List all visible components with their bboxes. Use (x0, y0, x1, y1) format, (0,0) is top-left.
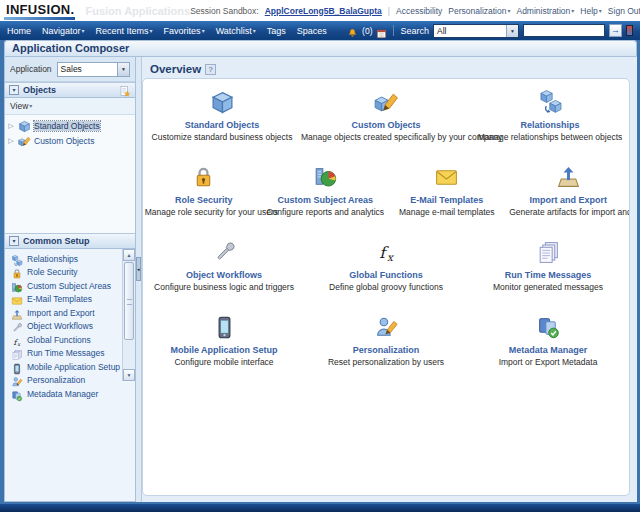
sidebar-item-object-workflows[interactable]: Object Workflows (5, 320, 122, 334)
menu-personalization[interactable]: Personalization▾ (448, 6, 510, 16)
sidebar-item-metadata-manager[interactable]: Metadata Manager (5, 387, 122, 401)
collapse-common-setup-icon[interactable]: ▾ (9, 236, 19, 246)
svg-text:x: x (387, 251, 394, 263)
splitter-collapse-handle[interactable] (136, 257, 141, 281)
body-area: Application Sales▼ ▾ Objects View▾ ▷ (4, 57, 637, 502)
tile-mobile-application-setup[interactable]: Mobile Application Setup Configure mobil… (143, 315, 305, 367)
import-export-icon (556, 165, 581, 190)
common-setup-panel-header: ▾ Common Setup (5, 233, 135, 249)
cube-icon (210, 90, 235, 115)
sidebar-item-custom-objects[interactable]: ▷ Custom Objects (5, 133, 135, 148)
tile-global-functions[interactable]: fx Global Functions Define global groovy… (305, 240, 467, 292)
scroll-down-icon[interactable]: ▼ (123, 369, 135, 381)
application-composer-screen: INFUSION. Fusion Applications Session Sa… (0, 0, 640, 512)
svg-text:x: x (17, 341, 21, 347)
sidebar-item-personalization[interactable]: Personalization (5, 374, 122, 388)
common-setup-list: Relationships Role Security Custom Subje… (5, 249, 122, 501)
global-bar: INFUSION. Fusion Applications Session Sa… (0, 0, 640, 21)
tile-email-templates[interactable]: E-Mail Templates Manage e-mail templates (388, 165, 506, 217)
tile-row: Mobile Application Setup Configure mobil… (143, 306, 629, 381)
tile-relationships[interactable]: Relationships Manage relationships betwe… (471, 90, 629, 142)
dropdown-caret-icon: ▾ (202, 27, 205, 34)
expand-icon[interactable]: ▷ (7, 122, 15, 130)
overview-header: Overview (142, 57, 630, 78)
sidebar-item-global-functions[interactable]: fxGlobal Functions (5, 333, 122, 347)
tile-metadata-manager[interactable]: Metadata Manager Import or Export Metada… (467, 315, 629, 367)
envelope-icon (434, 165, 459, 190)
search-go-button[interactable]: → (609, 24, 622, 37)
help-icon[interactable] (205, 64, 216, 75)
sidebar-item-role-security[interactable]: Role Security (5, 266, 122, 280)
nav-item-spaces[interactable]: Spaces (297, 26, 327, 36)
chevron-down-icon: ▼ (117, 63, 129, 76)
tile-object-workflows[interactable]: Object Workflows Configure business logi… (143, 240, 305, 292)
global-links: Session Sandbox: ApplCoreLong5B_BalaGupt… (190, 6, 640, 16)
nav-item-recent-items[interactable]: Recent Items▾ (96, 26, 153, 36)
tile-row: Role Security Manage role security for y… (143, 156, 629, 231)
nav-item-favorites[interactable]: Favorites▾ (164, 26, 205, 36)
link-accessibility[interactable]: Accessibility (396, 6, 442, 16)
menu-administration[interactable]: Administration▾ (516, 6, 574, 16)
nav-item-tags[interactable]: Tags (267, 26, 286, 36)
tile-custom-subject-areas[interactable]: Custom Subject Areas Configure reports a… (266, 165, 384, 217)
tile-run-time-messages[interactable]: Run Time Messages Monitor generated mess… (467, 240, 629, 292)
tile-role-security[interactable]: Role Security Manage role security for y… (145, 165, 263, 217)
application-select[interactable]: Sales▼ (57, 62, 130, 77)
sidebar-item-custom-subject-areas[interactable]: Custom Subject Areas (5, 279, 122, 293)
metadata-icon (11, 388, 23, 400)
advanced-search-icon[interactable] (626, 25, 633, 36)
tile-standard-objects[interactable]: Standard Objects Customize standard busi… (143, 90, 301, 142)
tile-personalization[interactable]: Personalization Reset personalization by… (305, 315, 467, 367)
expand-icon[interactable]: ▷ (7, 137, 15, 145)
chevron-down-icon: ▼ (506, 25, 518, 37)
dropdown-caret-icon: ▾ (507, 7, 510, 14)
relationships-icon (11, 253, 23, 265)
overview-panel: Standard Objects Customize standard busi… (142, 78, 630, 496)
dropdown-caret-icon: ▾ (82, 27, 85, 34)
dropdown-caret-icon: ▾ (599, 7, 602, 14)
pages-icon (536, 240, 561, 265)
tile-custom-objects[interactable]: Custom Objects Manage objects created sp… (301, 90, 471, 142)
scrollbar-track[interactable] (123, 261, 135, 369)
alerts-bell-icon[interactable] (347, 25, 358, 36)
pages-icon (11, 347, 23, 359)
nav-item-navigator[interactable]: Navigator▾ (42, 26, 85, 36)
cube-pencil-icon (18, 134, 31, 147)
sidebar-item-mobile-application-setup[interactable]: Mobile Application Setup (5, 360, 122, 374)
menu-help[interactable]: Help▾ (580, 6, 602, 16)
new-object-icon[interactable] (118, 84, 131, 97)
sidebar-item-relationships[interactable]: Relationships (5, 252, 122, 266)
tile-import-and-export[interactable]: Import and Export Generate artifacts for… (509, 165, 627, 217)
search-scope-select[interactable]: All▼ (433, 24, 519, 38)
alerts-count: (0) (362, 26, 372, 36)
sidebar-item-email-templates[interactable]: E-Mail Templates (5, 293, 122, 307)
pie-chart-icon (313, 165, 338, 190)
sidebar-item-standard-objects[interactable]: ▷ Standard Objects (5, 118, 135, 133)
metadata-icon (536, 315, 561, 340)
sidebar-item-run-time-messages[interactable]: Run Time Messages (5, 347, 122, 361)
common-setup-scrollbar[interactable]: ▲ ▼ (122, 249, 135, 381)
collapse-objects-icon[interactable]: ▾ (9, 85, 19, 95)
sidebar-item-import-and-export[interactable]: Import and Export (5, 306, 122, 320)
person-pencil-icon (11, 374, 23, 386)
divider (393, 25, 394, 36)
infusion-logo: INFUSION. (4, 2, 75, 20)
lock-icon (191, 165, 216, 190)
panel-splitter[interactable] (136, 57, 142, 502)
separator: | (388, 6, 390, 16)
nav-item-home[interactable]: Home (7, 26, 31, 36)
scrollbar-thumb[interactable] (124, 262, 134, 340)
dropdown-caret-icon: ▾ (150, 27, 153, 34)
scroll-up-icon[interactable]: ▲ (123, 249, 135, 261)
view-menu-button[interactable]: View▾ (5, 98, 135, 115)
search-input[interactable] (523, 24, 605, 37)
dropdown-caret-icon: ▾ (253, 27, 256, 34)
page-frame: Application Composer Application Sales▼ … (0, 40, 640, 512)
link-sign-out[interactable]: Sign Out (608, 6, 640, 16)
nav-item-watchlist[interactable]: Watchlist▾ (216, 26, 256, 36)
session-sandbox-link[interactable]: ApplCoreLong5B_BalaGupta (265, 6, 382, 16)
pie-chart-icon (11, 280, 23, 292)
session-sandbox-label: Session Sandbox: (190, 6, 259, 16)
wrench-icon (11, 320, 23, 332)
calendar-icon[interactable] (376, 25, 387, 36)
